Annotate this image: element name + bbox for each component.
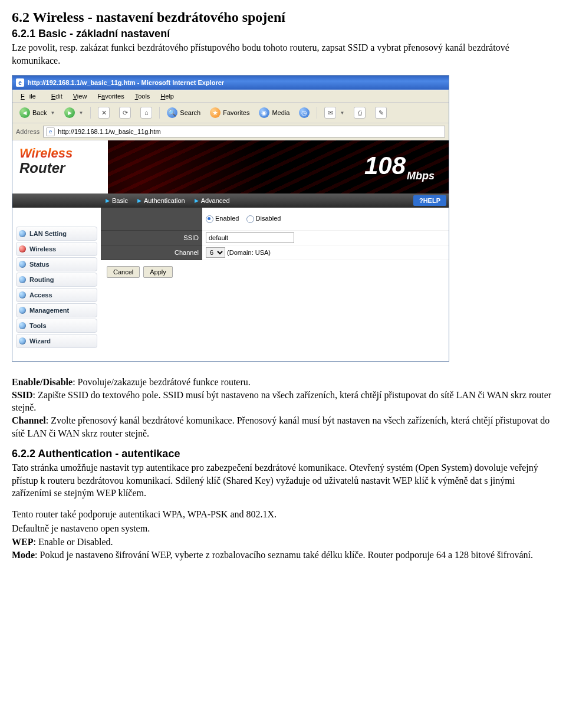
forward-button[interactable]: ► ▼	[61, 106, 87, 119]
mbps-unit: Mbps	[407, 170, 435, 182]
mail-icon: ✉	[324, 107, 336, 119]
sidebar-item-wireless[interactable]: Wireless	[16, 242, 97, 256]
sidebar-item-routing[interactable]: Routing	[16, 273, 97, 287]
desc-ssid: : Zapište SSID do textového pole. SSID m…	[12, 390, 551, 413]
radio-enabled-label: Enabled	[215, 215, 239, 222]
address-label: Address	[16, 128, 40, 135]
media-label: Media	[272, 109, 289, 116]
tab-advanced[interactable]: ▶Advanced	[192, 197, 237, 204]
page-icon: e	[46, 127, 55, 136]
url-field[interactable]: e http://192.168.1.1/w_basic_11g.htm	[43, 126, 445, 137]
term-wep: WEP	[12, 537, 33, 547]
dot-icon	[19, 230, 26, 237]
menu-edit[interactable]: Edit	[47, 91, 67, 101]
url-text: http://192.168.1.1/w_basic_11g.htm	[58, 128, 160, 135]
row-label-channel: Channel	[101, 245, 202, 260]
ie-window: e http://192.168.1.1/w_basic_11g.htm - M…	[12, 75, 449, 362]
toolbar: ◄ Back ▼ ► ▼ ✕ ⟳ ⌂ 🔍 Search ★ Favorites …	[12, 103, 449, 123]
search-button[interactable]: 🔍 Search	[163, 106, 204, 119]
menu-tools[interactable]: Tools	[130, 91, 155, 101]
search-icon: 🔍	[167, 107, 177, 118]
banner-108mbps: 108Mbps	[364, 152, 435, 182]
dot-icon	[19, 337, 26, 345]
tab-authentication[interactable]: ▶Authentication	[135, 197, 192, 204]
page-tabbar: ▶Basic ▶Authentication ▶Advanced ?HELP	[12, 194, 449, 208]
toolbar-separator	[317, 107, 317, 119]
help-button[interactable]: ?HELP	[413, 195, 446, 206]
menu-view[interactable]: View	[68, 91, 92, 101]
apply-button[interactable]: Apply	[143, 266, 173, 278]
dot-icon	[19, 322, 26, 329]
banner: Wireless Router 108Mbps	[12, 140, 449, 194]
print-button[interactable]: ⎙	[350, 106, 369, 119]
tab-auth-label: Authentication	[144, 197, 185, 204]
edit-button[interactable]: ✎	[371, 106, 390, 119]
row-label-empty	[101, 208, 202, 231]
cancel-button[interactable]: Cancel	[107, 266, 140, 278]
tab-basic[interactable]: ▶Basic	[103, 197, 135, 204]
dot-icon	[19, 276, 26, 283]
arrow-icon: ▶	[137, 198, 142, 204]
arrow-icon: ▶	[195, 198, 199, 204]
logo-router: Router	[19, 160, 108, 176]
media-button[interactable]: ◉ Media	[255, 106, 293, 119]
window-title: http://192.168.1.1/w_basic_11g.htm - Mic…	[28, 79, 224, 86]
menu-file[interactable]: File	[16, 91, 45, 101]
toolbar-separator	[159, 107, 160, 119]
menu-help[interactable]: Help	[156, 91, 179, 101]
desc-channel: : Zvolte přenosový kanál bezdrátové komu…	[12, 415, 549, 438]
sidebar-item-management[interactable]: Management	[16, 303, 97, 317]
banner-right: 108Mbps	[108, 140, 449, 194]
stop-icon: ✕	[98, 107, 110, 119]
radio-disabled[interactable]: Disabled	[246, 215, 281, 222]
history-icon: ◷	[299, 107, 310, 118]
sidebar-item-label: Tools	[29, 322, 47, 329]
sidebar-item-label: Access	[29, 291, 52, 299]
dot-icon	[19, 291, 26, 299]
desc-enable: : Povoluje/zakazuje bezdrátové funkce ro…	[73, 377, 251, 387]
chevron-down-icon: ▼	[50, 110, 55, 116]
search-label: Search	[180, 109, 200, 116]
sidebar-item-label: Routing	[29, 276, 54, 283]
menubar: File Edit View Favorites Tools Help	[12, 90, 449, 103]
toolbar-separator	[90, 107, 91, 119]
print-icon: ⎙	[354, 107, 366, 119]
ssid-input[interactable]	[206, 232, 294, 243]
radio-enabled[interactable]: Enabled	[206, 215, 239, 222]
sidebar-item-label: Management	[29, 307, 69, 314]
chevron-down-icon: ▼	[78, 110, 83, 116]
term-mode: Mode	[12, 550, 35, 560]
tab-adv-label: Advanced	[201, 197, 230, 204]
paragraph-6-2-1: Lze povolit, resp. zakázat funkci bezdrá…	[12, 41, 554, 67]
menu-favorites[interactable]: Favorites	[93, 91, 129, 101]
para-enable: Enable/Disable: Povoluje/zakazuje bezdrá…	[12, 376, 554, 440]
sidebar-item-tools[interactable]: Tools	[16, 319, 97, 333]
refresh-button[interactable]: ⟳	[116, 106, 134, 119]
logo-wireless: Wireless	[19, 147, 108, 160]
radio-icon	[206, 215, 213, 223]
sidebar-item-status[interactable]: Status	[16, 257, 97, 271]
config-table: Enabled Disabled SSID Channel 6	[101, 208, 449, 260]
back-button[interactable]: ◄ Back ▼	[16, 106, 58, 119]
sidebar-item-lan-setting[interactable]: LAN Setting	[16, 227, 97, 241]
term-enable: Enable/Disable	[12, 377, 73, 387]
sidebar-item-label: Wireless	[29, 245, 56, 252]
sidebar-item-label: Status	[29, 261, 50, 268]
mail-button[interactable]: ✉▼	[321, 106, 348, 119]
stop-button[interactable]: ✕	[94, 106, 113, 119]
home-button[interactable]: ⌂	[137, 106, 156, 119]
arrow-icon: ▶	[106, 198, 110, 204]
radio-icon	[246, 215, 254, 223]
sidebar-item-wizard[interactable]: Wizard	[16, 334, 97, 348]
history-button[interactable]: ◷	[295, 106, 313, 119]
heading-6-2: 6.2 Wireless - nastavení bezdrátového sp…	[12, 9, 554, 25]
back-label: Back	[32, 109, 47, 116]
dot-icon	[19, 245, 26, 252]
sidebar: LAN Setting Wireless Status Routing Acce…	[12, 208, 101, 361]
sidebar-item-access[interactable]: Access	[16, 288, 97, 302]
heading-6-2-1: 6.2.1 Basic - základní nastavení	[12, 28, 554, 40]
dot-icon	[19, 307, 26, 314]
favorites-button[interactable]: ★ Favorites	[206, 106, 253, 119]
term-ssid: SSID	[12, 390, 33, 400]
channel-select[interactable]: 6	[206, 247, 225, 258]
